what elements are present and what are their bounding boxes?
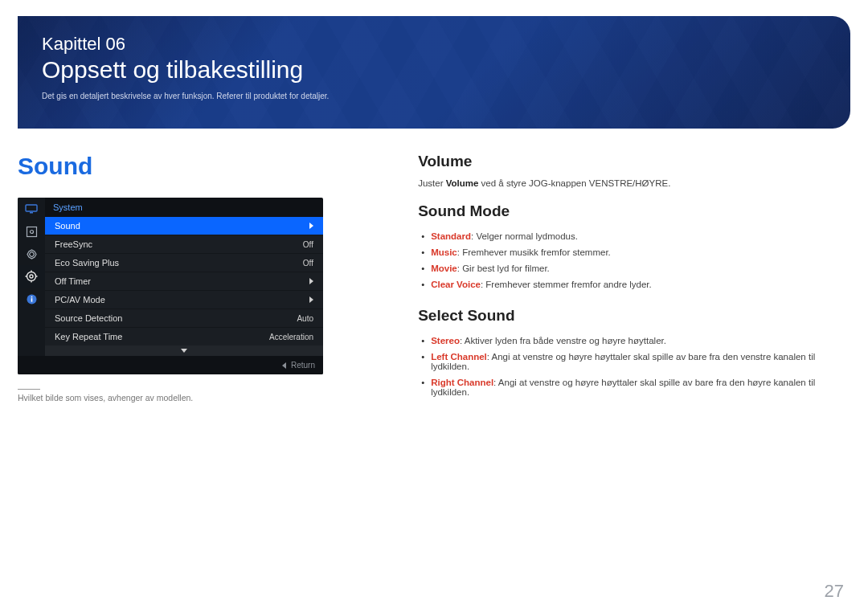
page-number: 27 [825,581,844,602]
osd-item-value: Off [303,259,313,268]
osd-item-value [309,277,313,286]
arrow-right-icon [309,296,313,303]
arrow-right-icon [309,278,313,284]
desc: : Velger normal lydmodus. [471,231,578,241]
osd-item-keyrepeat[interactable]: Key Repeat Time Acceleration [45,327,323,345]
heading-volume: Volume [418,153,850,170]
osd-item-freesync[interactable]: FreeSync Off [45,235,323,253]
desc: : Fremhever stemmer fremfor andre lyder. [481,280,652,289]
text-span: Juster [418,178,446,188]
osd-item-offtimer[interactable]: Off Timer [45,272,323,290]
svg-point-3 [30,230,33,233]
osd-item-value: Acceleration [269,333,313,341]
chapter-title: Oppsett og tilbakestilling [42,56,826,84]
svg-rect-0 [26,205,37,211]
text-span: ved å styre JOG-knappen VENSTRE/HØYRE. [478,178,670,188]
osd-header: System [45,198,323,217]
osd-return-label: Return [291,361,315,370]
osd-item-value: Off [303,240,313,249]
left-column: Sound [18,153,386,403]
osd-item-sourcedetection[interactable]: Source Detection Auto [45,309,323,327]
arrow-left-icon [282,362,286,369]
footnote-text: Hvilket bilde som vises, avhenger av mod… [18,393,386,403]
svg-rect-14 [31,296,32,297]
term: Music [431,247,457,257]
heading-soundmode: Sound Mode [418,202,850,220]
osd-scroll-indicator [45,345,323,356]
chevron-down-icon [181,349,187,353]
chapter-subtitle: Det gis en detaljert beskrivelse av hver… [42,92,826,100]
info-icon [18,288,45,310]
osd-item-pcav[interactable]: PC/AV Mode [45,290,323,309]
osd-item-label: Sound [55,221,80,231]
term: Right Channel [431,378,493,387]
list-item: Standard: Velger normal lydmodus. [421,228,850,244]
right-column: Volume Juster Volume ved å styre JOG-kna… [418,153,850,403]
desc: : Fremhever musikk fremfor stemmer. [457,247,611,257]
svg-rect-2 [27,227,36,236]
osd-item-sound[interactable]: Sound [45,217,323,235]
list-item: Left Channel: Angi at venstre og høyre h… [421,349,850,374]
osd-item-label: Eco Saving Plus [55,258,119,268]
list-item: Music: Fremhever musikk fremfor stemmer. [421,244,850,260]
osd-item-ecosaving[interactable]: Eco Saving Plus Off [45,253,323,272]
osd-item-value [309,222,313,231]
arrow-right-icon [309,223,313,229]
osd-item-value [309,296,313,304]
osd-item-label: FreeSync [55,239,92,249]
footnote-divider [18,389,40,390]
list-item: Right Channel: Angi at venstre og høyre … [421,374,850,400]
section-heading-sound: Sound [18,153,386,180]
text-bold: Volume [446,178,479,188]
osd-item-label: PC/AV Mode [55,295,105,304]
chapter-banner: Kapittel 06 Oppsett og tilbakestilling D… [18,16,850,129]
osd-body: System Sound FreeSync Off Eco Saving Plu… [45,198,323,356]
svg-rect-13 [31,298,32,302]
list-item: Stereo: Aktiver lyden fra både venstre o… [421,333,850,349]
chapter-number: Kapittel 06 [42,34,826,55]
heading-selectsound: Select Sound [418,307,850,325]
osd-item-value: Auto [297,314,313,323]
selectsound-list: Stereo: Aktiver lyden fra både venstre o… [421,333,850,400]
osd-sidebar [18,198,45,356]
term: Standard [431,231,471,241]
picture-icon [18,220,45,243]
term: Clear Voice [431,280,481,289]
osd-menu-screenshot: System Sound FreeSync Off Eco Saving Plu… [18,198,323,374]
svg-point-6 [27,272,36,281]
list-item: Clear Voice: Fremhever stemmer fremfor a… [421,276,850,292]
settings-nav-icon [18,243,45,265]
term: Left Channel [431,352,487,362]
svg-marker-5 [29,251,34,256]
content-columns: Sound [18,153,850,403]
osd-item-label: Off Timer [55,276,91,286]
osd-item-label: Key Repeat Time [55,332,122,341]
term: Movie [431,264,457,273]
svg-point-7 [30,275,33,278]
svg-rect-1 [30,212,33,214]
list-item: Movie: Gir best lyd for filmer. [421,260,850,276]
monitor-icon [18,198,45,220]
volume-desc: Juster Volume ved å styre JOG-knappen VE… [418,178,850,188]
term: Stereo [431,336,460,345]
desc: : Gir best lyd for filmer. [457,264,550,273]
desc: : Angi at venstre og høyre høyttaler ska… [431,352,815,371]
gear-icon [18,265,45,288]
svg-marker-4 [27,250,36,259]
soundmode-list: Standard: Velger normal lydmodus. Music:… [421,228,850,292]
osd-item-label: Source Detection [55,313,122,323]
desc: : Aktiver lyden fra både venstre og høyr… [460,336,666,345]
osd-return-bar[interactable]: Return [18,356,323,374]
